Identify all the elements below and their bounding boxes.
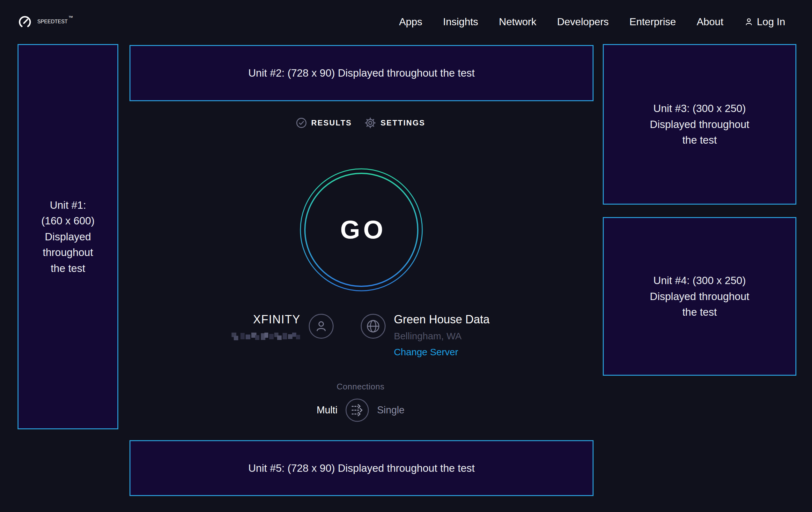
- connections-multi-option[interactable]: Multi: [317, 404, 338, 416]
- ad-unit-3-text: Unit #3: (300 x 250) Displayed throughou…: [650, 101, 750, 148]
- server-location: Bellingham, WA: [394, 331, 490, 342]
- nav-item-network[interactable]: Network: [499, 16, 536, 28]
- ad-line: Unit #4: (300 x 250): [650, 273, 750, 289]
- ad-line: Unit #3: (300 x 250): [650, 101, 750, 116]
- connections-section: Connections Multi Single: [118, 382, 603, 422]
- server-globe-icon: [361, 314, 385, 339]
- ad-line: Displayed: [41, 229, 95, 245]
- ad-line: throughout: [41, 244, 95, 261]
- login-button[interactable]: Log In: [744, 16, 785, 28]
- connections-toggle-icon[interactable]: [345, 398, 369, 422]
- ad-unit-2: Unit #2: (728 x 90) Displayed throughout…: [129, 45, 593, 101]
- ad-line: (160 x 600): [41, 213, 95, 229]
- ad-unit-2-text: Unit #2: (728 x 90) Displayed throughout…: [249, 65, 475, 81]
- user-icon: [744, 17, 754, 26]
- gear-icon: [365, 117, 376, 129]
- nav-item-insights[interactable]: Insights: [443, 16, 478, 28]
- main-nav: Apps Insights Network Developers Enterpr…: [399, 16, 785, 28]
- top-nav-bar: SPEEDTEST™ Apps Insights Network Develop…: [0, 0, 812, 44]
- ad-unit-5-text: Unit #5: (728 x 90) Displayed throughout…: [249, 460, 475, 476]
- isp-person-icon: [309, 314, 334, 339]
- ad-line: the test: [41, 261, 95, 276]
- connections-toggle-row: Multi Single: [317, 398, 405, 422]
- logo-trademark: ™: [68, 15, 73, 20]
- ad-unit-4: Unit #4: (300 x 250) Displayed throughou…: [603, 217, 796, 376]
- ad-unit-3: Unit #3: (300 x 250) Displayed throughou…: [603, 44, 796, 205]
- ad-line: Unit #2: (728 x 90) Displayed throughout…: [249, 65, 475, 81]
- isp-block: XFINITY: [232, 313, 300, 342]
- speedtest-page: SPEEDTEST™ Apps Insights Network Develop…: [0, 0, 812, 512]
- ad-line: the test: [650, 304, 750, 320]
- check-circle-icon: [296, 117, 307, 128]
- isp-name: XFINITY: [253, 313, 300, 326]
- ad-line: Displayed throughout: [650, 116, 750, 132]
- connection-info-row: XFINITY: [118, 313, 603, 357]
- server-name: Green House Data: [394, 313, 490, 326]
- connections-single-option[interactable]: Single: [377, 404, 404, 416]
- change-server-link[interactable]: Change Server: [394, 347, 490, 357]
- redacted-ip-address: [232, 331, 300, 342]
- ad-line: Unit #5: (728 x 90) Displayed throughout…: [249, 460, 475, 476]
- logo-text: SPEEDTEST: [37, 19, 68, 24]
- ad-unit-4-text: Unit #4: (300 x 250) Displayed throughou…: [650, 273, 750, 320]
- nav-item-about[interactable]: About: [697, 16, 723, 28]
- results-settings-tabs: RESULTS SETTINGS: [118, 116, 603, 130]
- ad-line: Unit #1:: [41, 197, 95, 213]
- nav-item-developers[interactable]: Developers: [557, 16, 609, 28]
- tab-results[interactable]: RESULTS: [296, 117, 352, 128]
- ad-line: the test: [650, 132, 750, 148]
- server-block: Green House Data Bellingham, WA Change S…: [394, 313, 490, 357]
- connections-label: Connections: [337, 382, 384, 392]
- go-button-label: GO: [299, 168, 423, 292]
- tab-settings[interactable]: SETTINGS: [365, 117, 425, 129]
- ad-unit-5: Unit #5: (728 x 90) Displayed throughout…: [129, 440, 593, 496]
- ad-unit-1: Unit #1: (160 x 600) Displayed throughou…: [18, 44, 118, 429]
- login-label: Log In: [757, 16, 785, 28]
- speedtest-logo[interactable]: SPEEDTEST™: [18, 15, 73, 29]
- nav-item-enterprise[interactable]: Enterprise: [630, 16, 676, 28]
- speedometer-gauge-icon: [18, 15, 32, 29]
- ad-line: Displayed throughout: [650, 289, 750, 304]
- ad-unit-1-text: Unit #1: (160 x 600) Displayed throughou…: [41, 197, 95, 276]
- logo-wordmark: SPEEDTEST™: [37, 19, 73, 25]
- nav-item-apps[interactable]: Apps: [399, 16, 422, 28]
- go-button[interactable]: GO: [299, 168, 423, 292]
- tab-settings-label: SETTINGS: [380, 118, 425, 127]
- tab-results-label: RESULTS: [311, 118, 352, 127]
